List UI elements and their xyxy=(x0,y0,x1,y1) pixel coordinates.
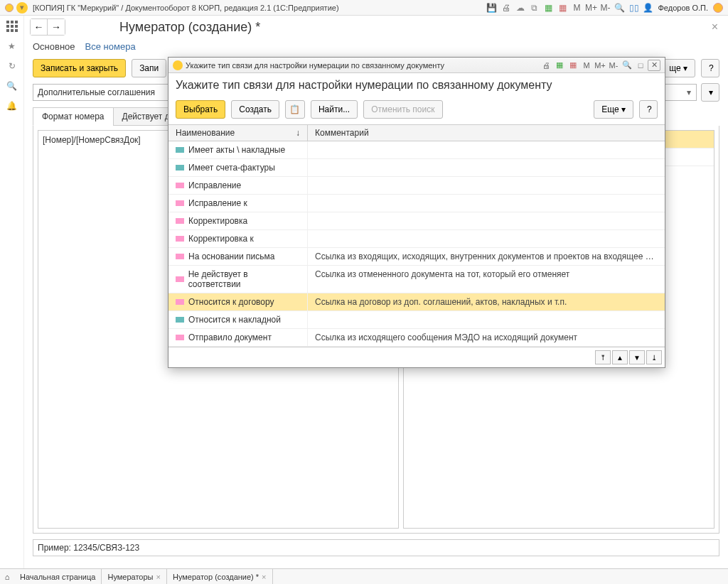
m-plus-icon[interactable]: M+ xyxy=(594,60,606,71)
history-icon[interactable]: ↻ xyxy=(6,60,18,72)
m-icon[interactable]: M xyxy=(571,1,584,14)
home-icon[interactable]: ⌂ xyxy=(0,569,14,584)
help-button[interactable]: ? xyxy=(701,59,719,77)
maximize-icon[interactable]: □ xyxy=(634,60,647,71)
table-row[interactable]: Имеет акты \ накладные xyxy=(168,141,665,159)
panels-icon[interactable]: ▯▯ xyxy=(628,1,641,14)
col-comment[interactable]: Комментарий xyxy=(308,125,665,141)
example-bar: Пример: 12345/СВЯЗ-123 xyxy=(33,539,719,556)
user-name[interactable]: Федоров О.П. xyxy=(658,4,709,12)
user-icon: 👤 xyxy=(642,1,655,14)
chevron-down-icon[interactable]: ▾ xyxy=(683,87,695,97)
close-page-button[interactable]: × xyxy=(707,21,722,33)
wtab-numerators[interactable]: Нумераторы× xyxy=(102,569,167,584)
cancel-find-button[interactable]: Отменить поиск xyxy=(363,100,442,119)
create-group-button[interactable]: 📋 xyxy=(285,100,305,119)
info-icon[interactable] xyxy=(712,1,724,14)
back-button[interactable]: ← xyxy=(31,19,48,35)
os-titlebar: ▾ [КОПИЯ] ГК "Меркурий" / Документооборо… xyxy=(0,0,728,16)
row-name: Не действует в соответствии xyxy=(188,269,300,289)
row-name: Отправило документ xyxy=(188,332,272,342)
grid-body[interactable]: Имеет акты \ накладныеИмеет счета-фактур… xyxy=(168,141,665,347)
tab-format[interactable]: Формат номера xyxy=(33,107,114,126)
subnav-main[interactable]: Основное xyxy=(33,41,75,52)
row-comment xyxy=(308,141,665,158)
bell-icon[interactable]: 🔔 xyxy=(6,99,18,112)
table-row[interactable]: На основании письмаСсылка из входящих, и… xyxy=(168,248,665,266)
save-button[interactable]: Запи xyxy=(132,59,166,77)
create-button[interactable]: Создать xyxy=(231,100,279,119)
table-row[interactable]: Отправило документСсылка из исходящего с… xyxy=(168,329,665,347)
dropdown-icon[interactable]: ▾ xyxy=(16,2,28,13)
print-icon[interactable]: 🖨 xyxy=(500,1,513,14)
cloud-icon[interactable]: ☁ xyxy=(514,1,527,14)
save-icon[interactable]: 💾 xyxy=(486,1,498,14)
row-comment xyxy=(308,177,665,194)
doc-type-clear[interactable]: ▾ xyxy=(701,83,719,102)
sub-nav: Основное Все номера xyxy=(24,41,728,56)
zoom-icon[interactable]: 🔍 xyxy=(621,60,633,71)
link-type-icon xyxy=(176,335,184,340)
wtab-home[interactable]: Начальная страница xyxy=(14,569,102,584)
calculator-icon[interactable]: ▦ xyxy=(542,1,555,14)
m-minus-icon[interactable]: M- xyxy=(607,60,620,71)
link-type-icon xyxy=(176,299,184,305)
close-icon[interactable]: × xyxy=(262,573,266,581)
row-name: Исправление к xyxy=(188,198,247,208)
more-button[interactable]: ще ▾ xyxy=(661,59,695,77)
search-icon[interactable]: 🔍 xyxy=(6,80,18,92)
table-row[interactable]: Корректировка xyxy=(168,212,665,230)
row-name: Имеет акты \ накладные xyxy=(188,145,285,155)
star-icon[interactable]: ★ xyxy=(6,40,18,53)
calendar-icon[interactable]: ▦ xyxy=(557,1,569,14)
table-row[interactable]: Относится к договоруСсылка на договор из… xyxy=(168,293,665,311)
dialog-toolbar: Выбрать Создать 📋 Найти... Отменить поис… xyxy=(168,97,665,124)
dialog-more-button[interactable]: Еще ▾ xyxy=(594,100,633,119)
table-row[interactable]: Имеет счета-фактуры xyxy=(168,159,665,177)
link-type-dialog: Укажите тип связи для настройки нумераци… xyxy=(168,57,665,368)
link-type-icon xyxy=(176,218,184,224)
col-name[interactable]: Наименование↓ xyxy=(168,125,308,141)
forward-button[interactable]: → xyxy=(48,19,65,35)
find-button[interactable]: Найти... xyxy=(311,100,358,119)
select-button[interactable]: Выбрать xyxy=(176,100,225,119)
link-type-icon xyxy=(176,254,184,259)
grid-pager: ⤒ ▲ ▼ ⤓ xyxy=(168,347,665,367)
format-value: [Номер]/[НомерСвязДок] xyxy=(43,135,141,145)
apps-icon[interactable] xyxy=(6,20,18,33)
table-row[interactable]: Относится к накладной xyxy=(168,311,665,329)
calculator-icon[interactable]: ▦ xyxy=(553,60,566,71)
grid-header: Наименование↓ Комментарий xyxy=(168,124,665,141)
doc-type-value: Дополнительные соглашения xyxy=(38,87,155,97)
table-row[interactable]: Не действует в соответствииСсылка из отм… xyxy=(168,266,665,293)
m-icon[interactable]: M xyxy=(580,60,593,71)
dialog-close-button[interactable]: ✕ xyxy=(648,60,660,71)
zoom-icon[interactable]: 🔍 xyxy=(614,1,626,14)
dialog-titlebar[interactable]: Укажите тип связи для настройки нумераци… xyxy=(168,58,665,73)
compare-icon[interactable]: ⧉ xyxy=(528,1,541,14)
subnav-all-numbers[interactable]: Все номера xyxy=(85,41,136,52)
table-row[interactable]: Исправление xyxy=(168,177,665,195)
print-icon[interactable]: 🖨 xyxy=(540,60,552,71)
wtab-numerator-create[interactable]: Нумератор (создание) *× xyxy=(167,569,273,584)
link-type-icon xyxy=(176,200,184,206)
dialog-titlebar-text: Укажите тип связи для настройки нумераци… xyxy=(186,61,444,70)
page-first-button[interactable]: ⤒ xyxy=(595,350,611,364)
row-comment: Ссылка на договор из доп. соглашений, ак… xyxy=(308,293,665,310)
m-minus-icon[interactable]: M- xyxy=(599,1,612,14)
page-last-button[interactable]: ⤓ xyxy=(646,350,662,364)
nav-back-forward: ← → xyxy=(30,18,65,36)
page-up-button[interactable]: ▲ xyxy=(612,350,628,364)
row-comment xyxy=(308,212,665,229)
link-type-icon xyxy=(176,165,184,171)
m-plus-icon[interactable]: M+ xyxy=(585,1,598,14)
table-row[interactable]: Корректировка к xyxy=(168,230,665,248)
dialog-app-icon xyxy=(173,60,183,70)
row-name: Корректировка xyxy=(188,216,247,226)
save-close-button[interactable]: Записать и закрыть xyxy=(33,59,126,77)
table-row[interactable]: Исправление к xyxy=(168,195,665,212)
close-icon[interactable]: × xyxy=(156,573,161,581)
dialog-help-button[interactable]: ? xyxy=(639,100,658,119)
calendar-icon[interactable]: ▦ xyxy=(567,60,579,71)
page-down-button[interactable]: ▼ xyxy=(629,350,645,364)
